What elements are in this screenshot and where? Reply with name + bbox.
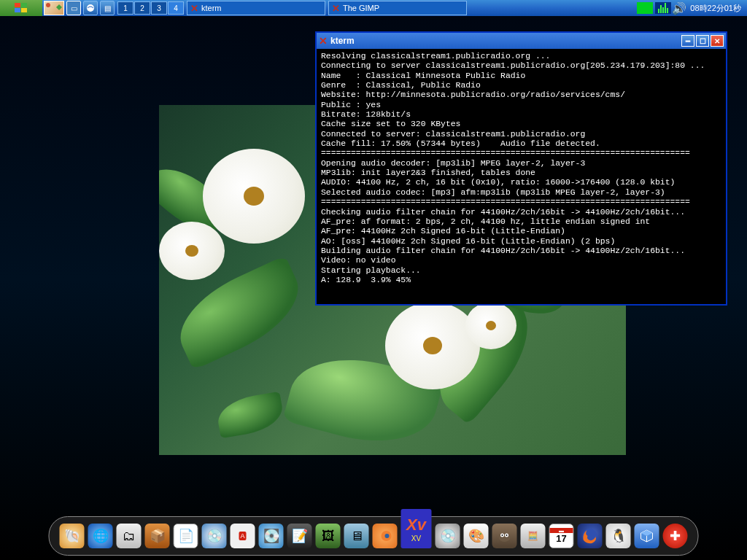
svg-rect-2 (15, 8, 20, 12)
svg-rect-3 (21, 8, 27, 12)
document-icon[interactable]: 📄 (174, 524, 198, 548)
image-icon[interactable]: 🖼 (316, 524, 341, 548)
pager-desktop-2[interactable]: 2 (134, 1, 150, 15)
konqueror-icon[interactable] (83, 1, 98, 15)
pager-desktop-3[interactable]: 3 (151, 1, 167, 15)
xv-icon[interactable]: Xv XV (401, 509, 432, 548)
taskbar: ▭ ▤ 1 2 3 4 ✕ kterm ✕ The GIMP 🔊 08時22分0… (0, 0, 747, 16)
xv-logo: Xv (406, 516, 426, 534)
taskbar-entry-gimp[interactable]: ✕ The GIMP (328, 1, 467, 15)
window-titlebar[interactable]: ✕ kterm ━ ☐ ✕ (317, 33, 726, 49)
gimp-icon[interactable] (492, 524, 517, 548)
window-list-icon[interactable]: ▤ (100, 1, 115, 15)
package-icon[interactable]: 📦 (145, 524, 170, 548)
cd-icon[interactable]: 💿 (436, 524, 460, 548)
svg-rect-1 (21, 3, 27, 7)
task-label: The GIMP (343, 4, 379, 12)
svg-point-7 (499, 533, 511, 542)
cube-icon[interactable] (635, 524, 659, 548)
svg-point-6 (385, 534, 390, 538)
pager-desktop-1[interactable]: 1 (117, 1, 133, 15)
app-x-icon: ✕ (190, 3, 198, 14)
task-label: kterm (201, 4, 222, 12)
system-tray: 🔊 08時22分01秒 (637, 2, 747, 14)
editor-icon[interactable]: 📝 (287, 524, 312, 548)
terminal-body[interactable]: Resolving classicalstream1.publicradio.o… (317, 49, 726, 304)
help-icon[interactable]: ✚ (663, 524, 688, 548)
svg-point-11 (506, 534, 508, 536)
xv-label: XV (411, 534, 421, 542)
kterm-window: ✕ kterm ━ ☐ ✕ Resolving classicalstream1… (315, 31, 727, 306)
globe-icon[interactable]: 🌐 (88, 524, 113, 548)
window-buttons: ━ ☐ ✕ (681, 35, 724, 47)
shell-icon[interactable]: 🐚 (60, 524, 85, 548)
music-icon[interactable]: 💽 (259, 524, 284, 548)
terminal-output: Resolving classicalstream1.publicradio.o… (321, 52, 721, 285)
paint-icon[interactable]: 🎨 (464, 524, 489, 548)
calendar-icon[interactable]: ▬ 17 (549, 524, 574, 548)
quicklaunch-anime-icon[interactable] (44, 1, 64, 15)
maximize-button[interactable]: ☐ (696, 35, 709, 47)
dock: 🐚 🌐 🗂 📦 📄 💿 A 💽 📝 🖼 🖥 Xv XV 💿 🎨 🧮 ▬ 17 🐧… (49, 516, 699, 556)
app-x-icon: ✕ (332, 3, 340, 14)
svg-rect-0 (15, 3, 20, 7)
show-desktop-icon[interactable]: ▭ (66, 1, 81, 15)
disc-icon[interactable]: 💿 (202, 524, 227, 548)
blender-icon[interactable] (373, 524, 398, 548)
volume-icon[interactable]: 🔊 (673, 2, 685, 14)
app-x-icon: ✕ (319, 35, 328, 47)
cpu-meter-icon[interactable] (637, 2, 653, 14)
desktop-pager: 1 2 3 4 (117, 1, 184, 15)
svg-point-10 (502, 534, 503, 536)
monitor-icon[interactable]: 🖥 (344, 524, 369, 548)
calculator-icon[interactable]: 🧮 (521, 524, 546, 548)
window-title: kterm (330, 36, 681, 46)
calendar-day: 17 (556, 533, 566, 544)
pdf-icon[interactable]: A (231, 524, 255, 548)
taskbar-clock[interactable]: 08時22分01秒 (687, 3, 744, 14)
close-button[interactable]: ✕ (711, 35, 724, 47)
taskbar-entry-kterm[interactable]: ✕ kterm (187, 1, 325, 15)
network-monitor-icon[interactable] (655, 2, 671, 14)
firefox-icon[interactable] (578, 524, 603, 548)
pager-desktop-4[interactable]: 4 (168, 1, 184, 15)
files-icon[interactable]: 🗂 (117, 524, 142, 548)
minimize-button[interactable]: ━ (681, 35, 694, 47)
penguin-icon[interactable]: 🐧 (606, 524, 631, 548)
start-button[interactable] (0, 0, 42, 16)
